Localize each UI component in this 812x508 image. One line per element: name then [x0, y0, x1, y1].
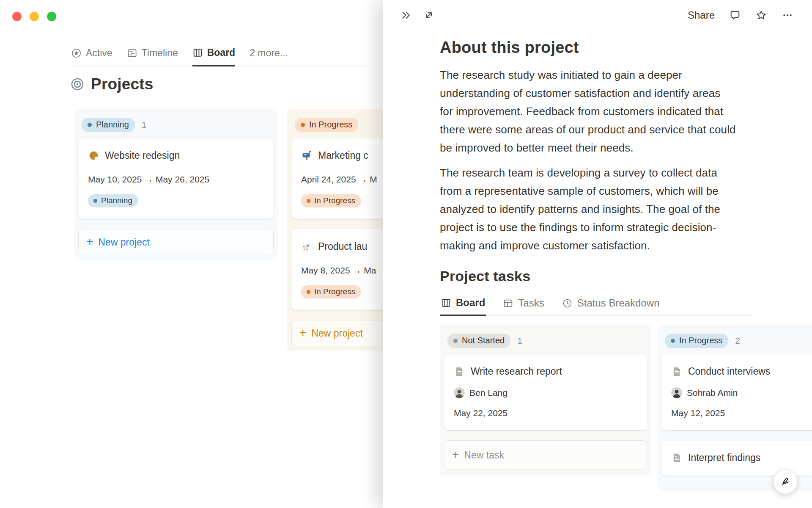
avatar	[454, 387, 465, 398]
side-peek-panel: Share About this project The research st…	[383, 0, 812, 508]
more-options-icon[interactable]	[782, 9, 793, 21]
tasks-board: Not Started 1 Write research report	[440, 325, 812, 491]
star-circle-icon	[71, 48, 82, 58]
task-date: May 22, 2025	[454, 408, 637, 419]
panel-toolbar: Share	[383, 0, 812, 25]
card-status-tag: In Progress	[301, 194, 361, 207]
about-paragraph-1: The research study was initiated to gain…	[440, 66, 736, 157]
card-title: Website redesign	[105, 149, 180, 162]
card-title: Conduct interviews	[688, 364, 770, 378]
project-card-website-redesign[interactable]: Website redesign May 10, 2025 → May 26, …	[78, 138, 274, 219]
board-icon	[192, 47, 203, 58]
card-title: Write research report	[471, 364, 562, 378]
board-column-planning: Planning 1 Website redesign May 10, 2025…	[74, 109, 278, 260]
status-pill-in-progress: In Progress	[665, 334, 728, 348]
rocket-icon	[301, 241, 313, 252]
status-label: Planning	[96, 120, 129, 130]
assignee-row: Sohrab Amin	[671, 387, 812, 399]
card-title: Interpret findings	[688, 451, 760, 464]
page-icon	[454, 366, 465, 377]
panel-content: About this project The research study wa…	[440, 37, 812, 491]
column-count: 1	[517, 336, 522, 346]
column-header: Planning 1	[77, 113, 274, 138]
status-label: In Progress	[679, 336, 722, 345]
close-window-button[interactable]	[12, 12, 22, 21]
section-heading-tasks: Project tasks	[440, 268, 812, 285]
favorite-star-icon[interactable]	[755, 9, 767, 21]
notion-ai-button[interactable]	[773, 469, 798, 494]
page-title: Projects	[91, 75, 154, 93]
assignee-name: Sohrab Amin	[687, 387, 738, 399]
tab-label: Active	[86, 47, 112, 59]
tab-board-view[interactable]: Board	[192, 40, 235, 66]
target-icon	[70, 77, 85, 91]
close-side-peek-icon[interactable]	[400, 9, 412, 21]
tab-tasks-table[interactable]: Tasks	[502, 292, 545, 315]
status-pill-not-started: Not Started	[447, 334, 510, 348]
task-date: May 12, 2025	[671, 408, 812, 419]
tasks-view-tabs: Board Tasks Status Breakdown	[440, 292, 753, 316]
task-column-not-started: Not Started 1 Write research report	[440, 325, 651, 475]
tab-tasks-board[interactable]: Board	[440, 292, 486, 316]
task-card-write-research-report[interactable]: Write research report Ben Lang May 22, 2…	[444, 354, 647, 430]
board-icon	[441, 298, 451, 308]
section-heading-about: About this project	[440, 37, 812, 58]
zoom-window-button[interactable]	[47, 12, 56, 21]
window-controls	[12, 12, 56, 21]
new-task-button[interactable]: + New task	[444, 440, 647, 470]
assignee-name: Ben Lang	[469, 387, 508, 399]
plus-icon: +	[86, 236, 93, 248]
avatar	[671, 387, 682, 398]
tab-status-breakdown[interactable]: Status Breakdown	[561, 292, 661, 315]
tab-more-views[interactable]: 2 more...	[250, 40, 288, 66]
status-dot	[93, 199, 97, 203]
column-count: 1	[142, 120, 147, 130]
status-dot	[88, 123, 92, 127]
plus-icon: +	[452, 449, 459, 461]
palette-icon	[88, 150, 99, 161]
tab-active-view[interactable]: Active	[71, 40, 112, 66]
plus-icon: +	[299, 327, 306, 339]
status-dot	[671, 339, 675, 343]
card-status-tag: In Progress	[301, 285, 361, 298]
database-title: Projects	[70, 75, 154, 93]
tab-label: 2 more...	[250, 47, 288, 59]
column-header: In Progress 2	[661, 329, 812, 354]
share-button[interactable]: Share	[688, 9, 715, 21]
status-label: Not Started	[462, 336, 505, 345]
status-pill-planning: Planning	[82, 118, 135, 132]
task-card-conduct-interviews[interactable]: Conduct interviews Sohrab Amin May 12, 2…	[661, 354, 812, 430]
status-pill-in-progress: In Progress	[295, 118, 358, 132]
clock-icon	[562, 298, 573, 309]
status-dot	[301, 123, 305, 127]
table-icon	[503, 298, 513, 309]
column-count: 2	[735, 336, 740, 346]
tab-label: Timeline	[142, 47, 178, 59]
mailbox-icon	[301, 150, 313, 161]
tab-label: Board	[207, 47, 235, 58]
comments-icon[interactable]	[729, 9, 741, 21]
card-status-tag: Planning	[88, 194, 138, 207]
card-title: Marketing c	[318, 149, 368, 162]
status-dot	[453, 339, 458, 343]
card-title: Product lau	[318, 240, 367, 253]
card-dates: May 10, 2025 → May 26, 2025	[88, 174, 264, 185]
page-icon	[671, 452, 683, 464]
status-dot	[307, 290, 310, 294]
minimize-window-button[interactable]	[30, 12, 39, 21]
notion-ai-face-icon	[779, 475, 792, 488]
page-icon	[671, 366, 683, 377]
timeline-icon	[127, 48, 137, 58]
column-header: Not Started 1	[443, 329, 648, 354]
expand-page-icon[interactable]	[423, 9, 435, 21]
new-project-button[interactable]: + New project	[78, 229, 274, 255]
assignee-row: Ben Lang	[454, 387, 637, 399]
view-tabs: Active Timeline Board 2 more...	[71, 40, 369, 66]
status-dot	[307, 199, 310, 203]
about-paragraph-2: The research team is developing a survey…	[440, 164, 736, 255]
task-column-in-progress: In Progress 2 Conduct interviews	[657, 325, 812, 491]
status-label: In Progress	[309, 120, 352, 130]
tab-timeline-view[interactable]: Timeline	[127, 40, 178, 66]
